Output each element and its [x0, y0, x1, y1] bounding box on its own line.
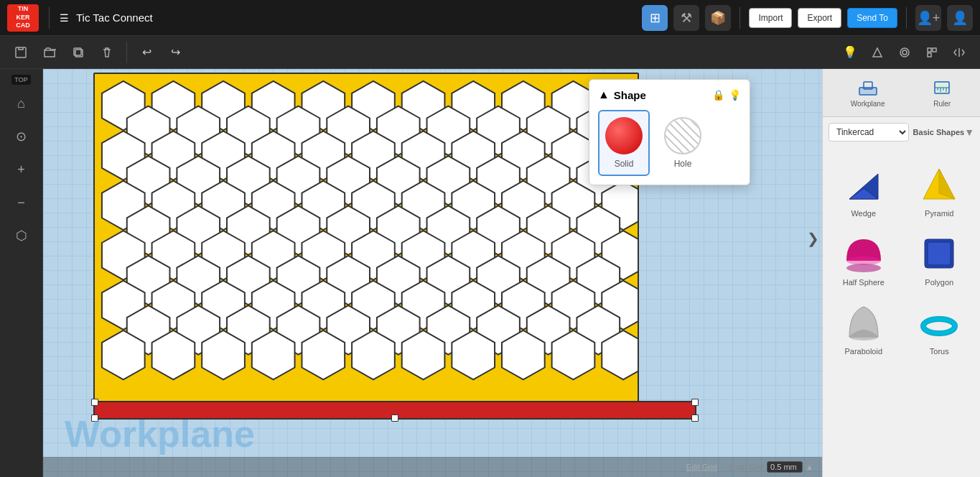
- collapse-panel-btn[interactable]: ❯: [807, 230, 819, 247]
- shape-item-pyramid[interactable]: Pyramid: [905, 159, 975, 222]
- library-chevron-icon[interactable]: ▼: [964, 126, 974, 138]
- delete-btn[interactable]: [95, 40, 119, 65]
- snap-grid-text: Snap Grid: [729, 463, 765, 471]
- handle-bm[interactable]: [391, 415, 398, 422]
- shape-item-wedge[interactable]: Wedge: [829, 159, 899, 222]
- handle-bl[interactable]: [91, 415, 98, 422]
- library-title: Basic Shapes: [913, 128, 965, 136]
- shape-panel-title-area: ▲ Shape: [598, 88, 646, 101]
- solid-option[interactable]: Solid: [598, 110, 650, 176]
- logo-text: TINKERCAD: [16, 5, 30, 30]
- open-btn[interactable]: [37, 40, 62, 65]
- build-btn[interactable]: ⚒: [673, 5, 699, 31]
- snap-value-input[interactable]: [767, 461, 803, 473]
- honeycomb-object[interactable]: [93, 73, 639, 410]
- svg-rect-26: [928, 242, 951, 265]
- app-title: Tic Tac Connect: [76, 11, 153, 24]
- sim-btn[interactable]: 📦: [705, 5, 731, 31]
- topbar: TINKERCAD ☰ Tic Tac Connect ⊞ ⚒ 📦 Import…: [0, 0, 980, 36]
- snap-chevron-icon[interactable]: ▲: [806, 463, 813, 471]
- shape-item-paraboloid[interactable]: Paraboloid: [829, 297, 899, 360]
- logo: TINKERCAD: [7, 4, 39, 32]
- edit-grid-link[interactable]: Edit Grid: [686, 463, 717, 471]
- svg-point-24: [846, 256, 881, 265]
- workplane-btn[interactable]: Workplane: [845, 75, 891, 111]
- shape-label-halfsphere: Half Sphere: [843, 278, 885, 287]
- shape-panel-expand-icon[interactable]: ▲: [598, 88, 610, 101]
- svg-rect-0: [16, 47, 26, 57]
- handle-tl[interactable]: [91, 399, 98, 406]
- light-btn[interactable]: 💡: [838, 40, 862, 65]
- zoom-out-btn[interactable]: −: [7, 188, 36, 217]
- toolbar-right: 💡: [838, 40, 971, 65]
- hole-label: Hole: [674, 159, 692, 169]
- handle-br[interactable]: [691, 415, 699, 422]
- library-header: Tinkercad Basic Shapes Basic Shapes ▼: [829, 123, 974, 142]
- shape-panel-lock-btn[interactable]: 🔒: [712, 89, 724, 101]
- shape-label-wedge: Wedge: [851, 209, 876, 218]
- redo-btn[interactable]: ↪: [163, 40, 187, 65]
- perspective-btn[interactable]: ⬡: [7, 221, 36, 250]
- right-panel-top: Workplane Ruler: [823, 69, 980, 117]
- zoom-fit-btn[interactable]: ⊙: [7, 122, 36, 151]
- ruler-label: Ruler: [933, 100, 951, 108]
- ruler-btn[interactable]: Ruler: [926, 75, 958, 111]
- library-selector-area: Tinkercad Basic Shapes Basic Shapes ▼: [823, 117, 980, 153]
- red-bar-object[interactable]: [93, 401, 696, 420]
- library-dropdown[interactable]: Tinkercad Basic Shapes: [829, 123, 909, 142]
- shape-label-polygon: Polygon: [925, 278, 953, 287]
- shape-item-polygon[interactable]: Polygon: [905, 228, 975, 291]
- shape-panel-icon-group: 🔒 💡: [712, 89, 741, 101]
- shape-panel: ▲ Shape 🔒 💡 Solid Hole: [589, 79, 750, 185]
- svg-rect-7: [928, 53, 931, 57]
- avatar-btn[interactable]: 👤: [947, 5, 973, 31]
- shape-options: Solid Hole: [598, 110, 741, 176]
- topbar-divider: [49, 7, 50, 29]
- group-btn[interactable]: [892, 40, 917, 65]
- shapes-grid: Wedge Pyramid H: [829, 159, 974, 360]
- shape-label-torus: Torus: [930, 347, 949, 356]
- hamburger-icon[interactable]: ☰: [60, 12, 69, 24]
- shape-label-paraboloid: Paraboloid: [844, 347, 882, 356]
- import-btn[interactable]: Import: [749, 8, 792, 28]
- home-view-btn[interactable]: ⌂: [7, 89, 36, 118]
- hole-circle-icon: [664, 117, 701, 154]
- svg-point-4: [902, 50, 907, 55]
- solid-circle-icon: [605, 117, 643, 154]
- svg-rect-5: [928, 48, 931, 52]
- shapes-library: Wedge Pyramid H: [823, 153, 980, 477]
- send-to-btn[interactable]: Send To: [847, 8, 897, 28]
- snap-grid-label: Snap Grid ▲: [729, 461, 813, 473]
- shape-panel-title-text: Shape: [614, 89, 646, 101]
- main-area: TOP ⌂ ⊙ + − ⬡: [0, 69, 980, 477]
- export-btn[interactable]: Export: [798, 8, 841, 28]
- solid-label: Solid: [615, 159, 634, 169]
- topbar-divider-3: [906, 7, 907, 29]
- shape-panel-header: ▲ Shape 🔒 💡: [598, 88, 741, 101]
- shape-outline-btn[interactable]: [865, 40, 890, 65]
- shape-panel-visibility-btn[interactable]: 💡: [729, 89, 741, 101]
- topbar-divider-2: [739, 7, 740, 29]
- zoom-in-btn[interactable]: +: [7, 155, 36, 184]
- topbar-right-actions: ⊞ ⚒ 📦 Import Export Send To 👤+ 👤: [642, 5, 973, 31]
- shape-item-halfsphere[interactable]: Half Sphere: [829, 228, 899, 291]
- shape-item-torus[interactable]: Torus: [905, 297, 975, 360]
- status-bar: Edit Grid Snap Grid ▲: [43, 457, 822, 477]
- hole-option[interactable]: Hole: [657, 110, 709, 176]
- align-btn[interactable]: [920, 40, 944, 65]
- left-sidebar: TOP ⌂ ⊙ + − ⬡: [0, 69, 43, 477]
- mirror-btn[interactable]: [947, 40, 971, 65]
- svg-marker-22: [939, 169, 955, 199]
- svg-rect-6: [933, 48, 936, 52]
- grid-view-btn[interactable]: ⊞: [642, 5, 668, 31]
- right-panel: Workplane Ruler Tinkercad Basic Sha: [822, 69, 980, 477]
- handle-tr[interactable]: [691, 399, 699, 406]
- undo-btn[interactable]: ↩: [134, 40, 159, 65]
- svg-point-3: [900, 48, 909, 57]
- new-btn[interactable]: [9, 40, 33, 65]
- copy-btn[interactable]: [66, 40, 90, 65]
- toolbar: ↩ ↪ 💡: [0, 36, 980, 69]
- add-user-btn[interactable]: 👤+: [915, 5, 941, 31]
- logo-box: TINKERCAD: [7, 4, 39, 32]
- view-label: TOP: [11, 75, 30, 85]
